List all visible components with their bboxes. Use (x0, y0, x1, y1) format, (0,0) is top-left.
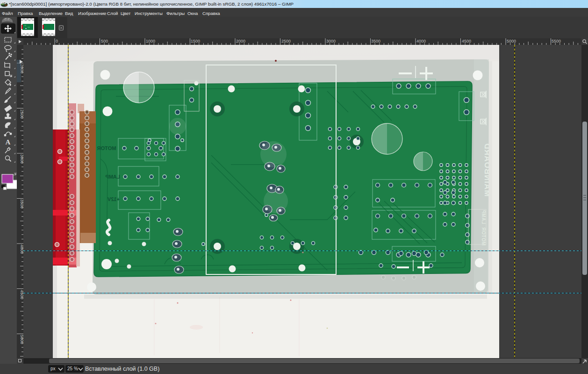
svg-text:0: 0 (56, 39, 58, 43)
svg-text:3500: 3500 (371, 39, 380, 43)
svg-text:4000: 4000 (416, 39, 426, 43)
svg-text:MOTOR: MOTOR (97, 145, 116, 151)
svg-text:500: 500 (101, 39, 108, 43)
svg-text:5500: 5500 (552, 39, 561, 43)
svg-text:2000: 2000 (236, 39, 245, 43)
svg-text:+12V: +12V (107, 196, 120, 202)
svg-text:2500: 2500 (281, 39, 291, 43)
svg-text:3000: 3000 (326, 39, 336, 43)
svg-text:A: A (6, 138, 11, 146)
svg-text:4500: 4500 (462, 39, 471, 43)
svg-text:MOTOR LAMP: MOTOR LAMP (481, 210, 486, 245)
svg-text:1500: 1500 (191, 39, 200, 43)
svg-text:5000: 5000 (507, 39, 516, 43)
svg-text:1000: 1000 (146, 39, 155, 43)
